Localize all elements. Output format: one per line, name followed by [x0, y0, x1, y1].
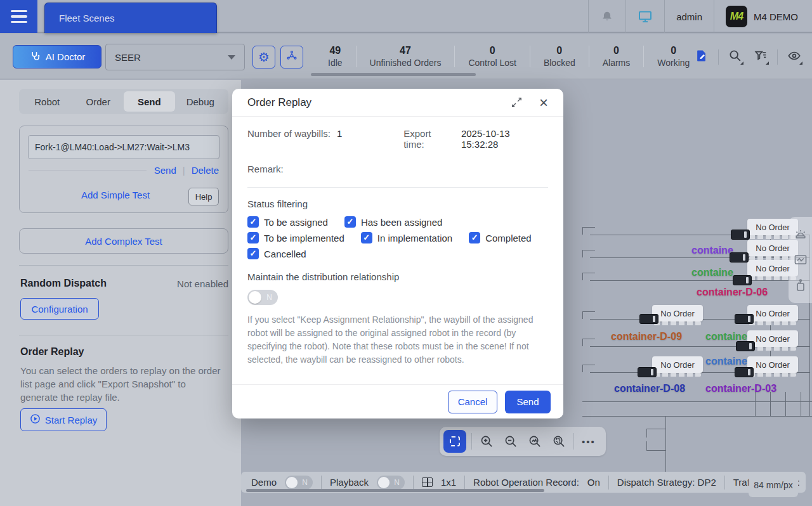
robot-marker[interactable] [638, 367, 657, 377]
more-tools-button[interactable]: ••• [579, 436, 598, 447]
checkbox-row: ✓To be assigned✓Has been assigned [247, 216, 548, 228]
random-dispatch-status: Not enabled [177, 278, 228, 289]
no-order-badge: No Order [747, 305, 798, 321]
map-path-line [590, 280, 809, 281]
expand-icon[interactable] [511, 96, 523, 108]
map-path-line [582, 273, 595, 273]
order-replay-desc: You can select the orders to replay on t… [20, 364, 221, 404]
checkbox-label: To be implemented [264, 233, 344, 243]
add-simple-test-link[interactable]: Add Simple Test [81, 190, 150, 200]
zoom-out-button[interactable] [501, 432, 520, 451]
hamburger-menu-button[interactable] [0, 0, 37, 33]
demo-toggle[interactable]: N [285, 476, 313, 490]
robot-marker[interactable] [735, 314, 754, 324]
user-menu[interactable]: admin [665, 0, 714, 33]
checkbox-cancelled[interactable]: ✓Cancelled [247, 248, 306, 259]
settings-button[interactable]: ⚙ [252, 46, 275, 68]
grid-layout-value: 1x1 [441, 477, 456, 488]
robot-marker[interactable] [730, 252, 749, 263]
search-icon [728, 49, 742, 65]
robot-marker[interactable] [735, 367, 754, 377]
map-path-line [582, 227, 595, 228]
left-sidebar: RobotOrderSendDebug Send | Delete Add Si… [0, 80, 241, 506]
tab-order[interactable]: Order [73, 91, 124, 112]
create-order-button[interactable] [693, 48, 710, 66]
map-path-line [646, 429, 647, 438]
no-order-badge: No Order [747, 356, 798, 373]
stats-scrollbar[interactable] [311, 73, 476, 76]
monitor-view-button[interactable] [626, 0, 664, 33]
maintain-relationship-toggle[interactable]: N [247, 290, 278, 305]
send-order-link[interactable]: Send [154, 165, 176, 176]
maintain-relationship-note: If you select "Keep Assignment Relations… [247, 313, 549, 367]
grid-layout-icon[interactable] [422, 477, 433, 487]
robot-icon[interactable] [792, 277, 809, 294]
checkbox-box: ✓ [361, 232, 372, 243]
checkbox-has-been-assigned[interactable]: ✓Has been assigned [344, 216, 442, 228]
progress-dashes [654, 373, 701, 377]
tab-send[interactable]: Send [124, 91, 175, 112]
notifications-button[interactable] [589, 0, 625, 33]
help-button[interactable]: Help [188, 188, 219, 205]
alarm-icon[interactable] [792, 226, 809, 243]
divider [413, 476, 414, 490]
divider [321, 476, 322, 490]
tab-robot[interactable]: Robot [22, 91, 73, 112]
map-path-line [582, 227, 583, 235]
add-complex-test-button[interactable]: Add Complex Test [19, 228, 228, 254]
robot-marker[interactable] [733, 275, 752, 285]
tab-fleet-scenes[interactable]: Fleet Scenes [44, 3, 217, 33]
zoom-fit-image-button[interactable] [525, 432, 544, 451]
close-icon[interactable]: × [539, 95, 548, 110]
robot-marker[interactable] [731, 230, 750, 240]
tab-debug[interactable]: Debug [175, 91, 226, 112]
search-button[interactable] [726, 48, 744, 66]
box-select-button[interactable] [443, 430, 466, 453]
stat-item: 0Blocked [530, 44, 589, 69]
scene-select[interactable]: SEER [105, 44, 245, 70]
network-button[interactable] [280, 46, 303, 68]
container-label: container-D-09 [611, 331, 682, 342]
order-input[interactable] [28, 135, 219, 159]
no-order-badge: No Order [747, 330, 798, 347]
horizontal-scrollbar[interactable] [246, 489, 544, 492]
divider [608, 476, 609, 490]
remark-label: Remark: [247, 164, 548, 174]
checkbox-box: ✓ [247, 232, 259, 243]
zoom-in-button[interactable] [477, 432, 496, 451]
delete-order-link[interactable]: Delete [192, 165, 219, 176]
robot-marker[interactable] [639, 314, 658, 324]
send-button[interactable]: Send [505, 391, 551, 413]
monitor-chart-icon[interactable] [792, 252, 809, 268]
toggle-state: N [302, 478, 308, 487]
filter-button[interactable] [752, 48, 769, 66]
map-path-line [582, 250, 583, 257]
map-path-line [582, 339, 583, 346]
checkbox-box: ✓ [344, 216, 356, 228]
dashed-selection-icon [450, 436, 460, 446]
cancel-button[interactable]: Cancel [448, 391, 497, 413]
toggle-knob [249, 291, 261, 304]
zoom-region-button[interactable] [549, 432, 568, 451]
configuration-button[interactable]: Configuration [20, 298, 99, 320]
checkbox-in-implementation[interactable]: ✓In implementation [361, 232, 452, 243]
checkbox-to-be-assigned[interactable]: ✓To be assigned [247, 216, 328, 228]
toolbar-right-icons [693, 46, 803, 68]
checkbox-to-be-implemented[interactable]: ✓To be implemented [247, 232, 344, 243]
toggle-state: N [394, 478, 400, 487]
start-replay-button[interactable]: Start Replay [20, 408, 107, 431]
map-path-line [646, 441, 647, 450]
checkbox-completed[interactable]: ✓Completed [469, 232, 532, 243]
map-zoom-toolbar: ••• [440, 427, 606, 456]
order-replay-title: Order Replay [20, 346, 84, 358]
playback-toggle[interactable]: N [377, 476, 405, 490]
checkbox-box: ✓ [247, 248, 259, 259]
robot-operation-record-label: Robot Operation Record: [473, 477, 579, 488]
robot-marker[interactable] [736, 341, 755, 351]
divider [718, 49, 719, 65]
divider [573, 433, 574, 450]
status-filtering-label: Status filtering [247, 198, 548, 209]
visibility-button[interactable] [785, 48, 803, 66]
ai-doctor-button[interactable]: AI Doctor [13, 45, 102, 68]
map-path-line [582, 311, 595, 312]
